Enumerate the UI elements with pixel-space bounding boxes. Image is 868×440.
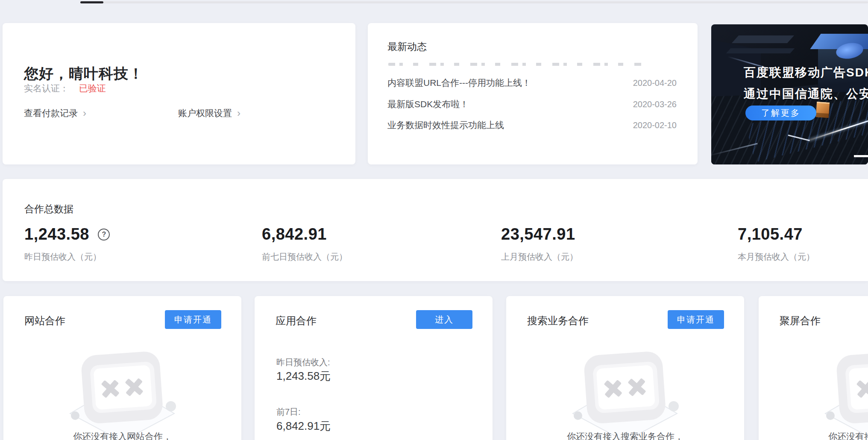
account-permission-label: 账户权限设置 (178, 108, 232, 118)
banner-headline-line1: 百度联盟移动广告SDK (744, 65, 868, 81)
verify-row: 实名认证： 已验证 (24, 82, 106, 94)
verify-status-badge: 已验证 (79, 83, 106, 93)
coop-card-app: 应用合作 进入 昨日预估收入: 1,243.58元 前7日: 6,842.91元 (255, 296, 493, 440)
learn-more-button[interactable]: 了解更多 (745, 106, 816, 120)
apply-open-button[interactable]: 申请开通 (165, 310, 221, 329)
coop-card-title: 网站合作 (24, 314, 65, 328)
greeting-card: 您好，晴叶科技！ 实名认证： 已验证 查看付款记录› 账户权限设置› (3, 23, 355, 164)
stat-label: 上月预估收入（元） (501, 251, 578, 263)
news-item-date: 2020-03-26 (633, 100, 677, 109)
empty-tv-illustration (822, 351, 868, 440)
news-item-title: 内容联盟URL合作---停用功能上线！ (387, 77, 531, 89)
news-item[interactable]: 最新版SDK发布啦！ 2020-03-26 (387, 98, 677, 110)
help-icon[interactable]: ? (98, 229, 110, 241)
metric-label: 昨日预估收入: (276, 357, 330, 368)
verify-label: 实名认证： (24, 83, 69, 93)
empty-state-text: 你还没有接入聚屏合作， (759, 431, 868, 440)
empty-state-text: 你还没有接入搜索业务合作， (506, 431, 744, 440)
coop-card-juping: 聚屏合作 你还没有接入聚屏合作， (759, 296, 868, 440)
empty-tv-illustration (67, 351, 178, 440)
banner-decor-orange-cube (816, 102, 830, 118)
news-item-title: 业务数据时效性提示功能上线 (387, 119, 504, 131)
banner-decor-bar (726, 48, 795, 53)
coop-card-title: 聚屏合作 (780, 314, 821, 328)
news-item-date: 2020-02-10 (633, 120, 677, 130)
account-permission-link[interactable]: 账户权限设置› (178, 107, 240, 119)
payment-records-link[interactable]: 查看付款记录› (24, 107, 86, 119)
stat-value: 23,547.91 (501, 225, 575, 243)
enter-button[interactable]: 进入 (416, 310, 472, 329)
banner-decor-bar (732, 35, 794, 43)
stat-yesterday: 1,243.58 ? 昨日预估收入（元） (24, 225, 110, 263)
coop-card-title: 应用合作 (276, 314, 317, 328)
news-item-date: 2020-04-20 (633, 78, 677, 88)
coop-card-website: 网站合作 申请开通 你还没有接入网站合作， (3, 296, 241, 440)
page-title: 您好，晴叶科技！ (24, 64, 144, 84)
payment-records-label: 查看付款记录 (24, 108, 78, 118)
news-item-title: 最新版SDK发布啦！ (387, 98, 469, 110)
promo-banner[interactable]: 百度联盟移动广告SDK 通过中国信通院、公安 了解更多 (711, 24, 868, 164)
chevron-right-icon: › (237, 107, 240, 119)
stat-value: 1,243.58 (24, 225, 89, 243)
news-card: 最新动态 内容联盟URL合作---停用功能上线！ 2020-04-20 最新版S… (368, 23, 698, 164)
stat-label: 前七日预估收入（元） (262, 251, 347, 263)
horizontal-scrollbar-thumb[interactable] (80, 1, 103, 3)
stat-value: 7,105.47 (738, 225, 803, 243)
stat-last7days: 6,842.91 前七日预估收入（元） (262, 225, 347, 263)
coop-card-search: 搜索业务合作 申请开通 你还没有接入搜索业务合作， (506, 296, 744, 440)
banner-decor-dash (854, 155, 868, 157)
stat-label: 本月预估收入（元） (738, 251, 815, 263)
partially-scrolled-news-item (388, 63, 645, 66)
stat-thismonth: 7,105.47 本月预估收入（元） (738, 225, 815, 263)
stats-title: 合作总数据 (24, 202, 73, 216)
banner-headline-line2: 通过中国信通院、公安 (744, 86, 868, 102)
metric-value: 6,842.91元 (276, 419, 331, 434)
empty-state-text: 你还没有接入网站合作， (3, 431, 241, 440)
horizontal-scrollbar[interactable] (80, 1, 868, 3)
coop-card-title: 搜索业务合作 (527, 314, 589, 328)
stats-panel: 合作总数据 1,243.58 ? 昨日预估收入（元） 6,842.91 前七日预… (3, 179, 868, 281)
metric-label: 前7日: (276, 406, 301, 418)
news-title: 最新动态 (387, 40, 427, 53)
news-item[interactable]: 业务数据时效性提示功能上线 2020-02-10 (387, 119, 677, 131)
empty-tv-illustration (569, 351, 680, 440)
stat-lastmonth: 23,547.91 上月预估收入（元） (501, 225, 578, 263)
chevron-right-icon: › (83, 107, 86, 119)
stat-value: 6,842.91 (262, 225, 327, 243)
stat-label: 昨日预估收入（元） (24, 251, 110, 263)
apply-open-button[interactable]: 申请开通 (668, 310, 724, 329)
news-item[interactable]: 内容联盟URL合作---停用功能上线！ 2020-04-20 (387, 77, 677, 89)
metric-value: 1,243.58元 (276, 369, 331, 384)
